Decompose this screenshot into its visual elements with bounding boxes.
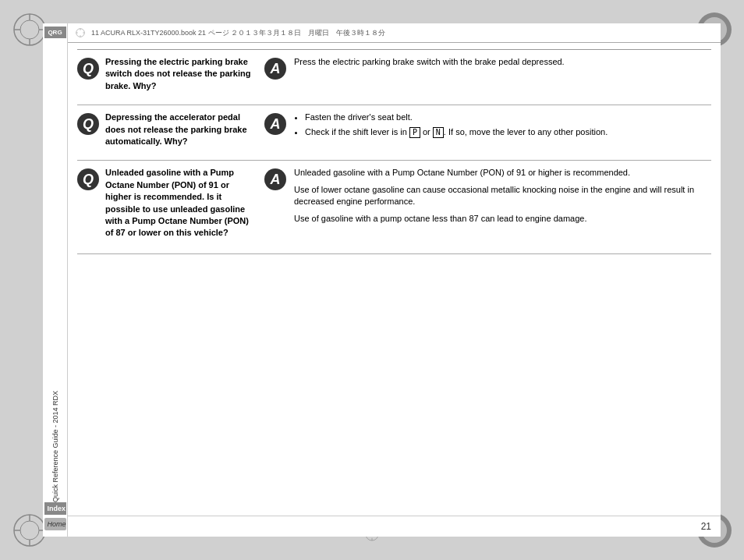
- q2-q-icon: Q: [77, 113, 99, 135]
- q1-q-icon: Q: [77, 58, 99, 80]
- sidebar: QRG Quick Reference Guide - 2014 RDX Ind…: [43, 23, 68, 537]
- n-box: N: [433, 127, 444, 138]
- sidebar-qrg-label[interactable]: QRG: [44, 27, 66, 38]
- q1-a-icon: A: [264, 58, 286, 80]
- qa-row-1: Q Pressing the electric parking brake sw…: [77, 56, 711, 98]
- sidebar-index-label[interactable]: Index: [44, 502, 66, 515]
- q2-a-icon: A: [264, 113, 286, 135]
- q1-answer-side: A Press the electric parking brake switc…: [264, 56, 711, 92]
- qa-row-3: Q Unleaded gasoline with a Pump Octane N…: [77, 167, 711, 245]
- q3-answer-side: A Unleaded gasoline with a Pump Octane N…: [264, 167, 711, 239]
- q3-a-icon: A: [264, 168, 286, 190]
- q3-answer-p1: Unleaded gasoline with a Pump Octane Num…: [294, 167, 711, 179]
- divider-2: [77, 160, 711, 161]
- q3-answer-text: Unleaded gasoline with a Pump Octane Num…: [294, 167, 711, 239]
- sidebar-guide-label: Quick Reference Guide - 2014 RDX: [51, 44, 59, 502]
- q2-answer-side: A Fasten the driver's seat belt. Check i…: [264, 112, 711, 147]
- header-crosshair-icon: [74, 27, 87, 39]
- q1-question-side: Q Pressing the electric parking brake sw…: [77, 56, 264, 92]
- svg-point-1: [20, 20, 39, 39]
- q2-answer-text: Fasten the driver's seat belt. Check if …: [294, 112, 711, 147]
- p-box: P: [409, 127, 420, 138]
- page-number: 21: [701, 521, 711, 532]
- q1-answer-text: Press the electric parking brake switch …: [294, 56, 711, 92]
- bottom-divider: [77, 253, 711, 254]
- content-area: 11 ACURA RLX-31TY26000.book 21 ページ ２０１３年…: [68, 23, 721, 537]
- page-container: QRG Quick Reference Guide - 2014 RDX Ind…: [0, 0, 744, 560]
- header-file-info: 11 ACURA RLX-31TY26000.book 21 ページ ２０１３年…: [91, 28, 385, 38]
- q2-bullet-2: Check if the shift lever is in P or N. I…: [305, 126, 711, 138]
- q1-question-text: Pressing the electric parking brake swit…: [105, 56, 257, 92]
- footer-area: 21: [68, 516, 721, 537]
- top-divider: [77, 49, 711, 50]
- header-bar: 11 ACURA RLX-31TY26000.book 21 ページ ２０１３年…: [68, 23, 721, 43]
- q3-answer-p3: Use of gasoline with a pump octane less …: [294, 213, 711, 225]
- qa-content: Q Pressing the electric parking brake sw…: [68, 43, 721, 516]
- q2-question-text: Depressing the accelerator pedal does no…: [105, 112, 257, 147]
- q3-question-side: Q Unleaded gasoline with a Pump Octane N…: [77, 167, 264, 239]
- q3-answer-p2: Use of lower octane gasoline can cause o…: [294, 184, 711, 208]
- svg-point-10: [20, 521, 39, 540]
- q2-bullet-1: Fasten the driver's seat belt.: [305, 112, 711, 123]
- divider-1: [77, 105, 711, 105]
- main-page: QRG Quick Reference Guide - 2014 RDX Ind…: [43, 23, 721, 537]
- q3-question-text: Unleaded gasoline with a Pump Octane Num…: [105, 167, 257, 239]
- sidebar-home-label[interactable]: Home: [44, 518, 66, 530]
- qa-row-2: Q Depressing the accelerator pedal does …: [77, 112, 711, 154]
- q2-question-side: Q Depressing the accelerator pedal does …: [77, 112, 264, 147]
- q3-q-icon: Q: [77, 168, 99, 190]
